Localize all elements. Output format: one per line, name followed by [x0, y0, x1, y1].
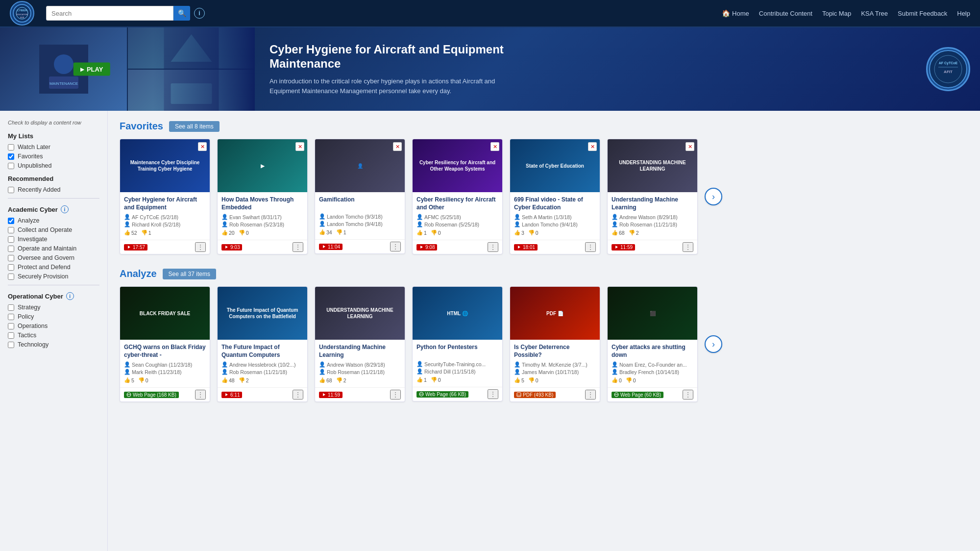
card-remove-button[interactable]: ✕	[588, 142, 597, 151]
card-menu-button[interactable]: ⋮	[390, 390, 401, 400]
svg-text:EDUCATION: EDUCATION	[16, 13, 28, 16]
sidebar-item-securely-provision[interactable]: Securely Provision	[8, 273, 99, 280]
card-stats: 👍 52 👎 1	[124, 229, 206, 236]
svg-text:PDF: PDF	[517, 394, 521, 397]
card-footer: 9:08 ⋮	[413, 240, 502, 254]
card-menu-button[interactable]: ⋮	[293, 390, 303, 400]
recently-added-checkbox[interactable]	[8, 187, 14, 193]
content-card[interactable]: The Future Impact of Quantum Computers o…	[217, 286, 308, 402]
author1-text: AF CyTCoE (5/2/18)	[132, 214, 178, 220]
content-card[interactable]: UNDERSTANDING MACHINE LEARNING ✕ Underst…	[607, 139, 698, 254]
card-author2: 👤 Rob Roseman (5/23/18)	[221, 221, 303, 227]
thumbs-down-icon: 👎	[336, 377, 343, 383]
pdf-badge: PDF PDF (493 KB)	[514, 392, 556, 398]
next-arrow-button[interactable]: ›	[705, 335, 722, 353]
next-arrow-button[interactable]: ›	[705, 188, 722, 205]
unpublished-checkbox[interactable]	[8, 163, 14, 169]
sidebar-item-tactics[interactable]: Tactics	[8, 332, 99, 339]
sidebar-item-collect-operate[interactable]: Collect and Operate	[8, 226, 99, 233]
content-card[interactable]: UNDERSTANDING MACHINE LEARNING Understan…	[315, 286, 405, 402]
search-button[interactable]: 🔍	[173, 6, 190, 21]
card-author2: 👤 Rob Roseman (11/21/18)	[221, 369, 303, 375]
strategy-label: Strategy	[18, 304, 41, 311]
content-card[interactable]: PDF 📄 Is Cyber Deterrence Possible? 👤 Ti…	[510, 286, 600, 402]
thumbs-down-count: 👎 2	[336, 377, 346, 383]
content-card[interactable]: BLACK FRIDAY SALE GCHQ warns on Black Fr…	[120, 286, 210, 402]
person-icon: 👤	[612, 361, 618, 368]
sidebar-item-technology[interactable]: Technology	[8, 341, 99, 348]
content-card[interactable]: Cyber Resiliency for Aircraft and Other …	[412, 139, 503, 254]
card-footer: 11:04 ⋮	[315, 239, 405, 253]
card-menu-button[interactable]: ⋮	[293, 242, 303, 252]
operate-maintain-checkbox[interactable]	[8, 246, 14, 252]
card-menu-button[interactable]: ⋮	[195, 242, 206, 252]
oversee-govern-label: Oversee and Govern	[18, 254, 74, 261]
card-remove-button[interactable]: ✕	[198, 142, 207, 151]
content-card[interactable]: ▶ ✕ How Data Moves Through Embedded 👤 Ev…	[217, 139, 308, 254]
securely-provision-checkbox[interactable]	[8, 274, 14, 280]
strategy-checkbox[interactable]	[8, 304, 14, 311]
card-body: Cyber attacks are shutting down 👤 Noam E…	[608, 340, 697, 387]
content-card[interactable]: State of Cyber Education ✕ 699 Final vid…	[510, 139, 600, 254]
sidebar-item-policy[interactable]: Policy	[8, 313, 99, 320]
card-remove-button[interactable]: ✕	[686, 142, 694, 151]
card-remove-button[interactable]: ✕	[490, 142, 499, 151]
sidebar-item-strategy[interactable]: Strategy	[8, 304, 99, 311]
content-card[interactable]: ⬛ Cyber attacks are shutting down 👤 Noam…	[607, 286, 698, 402]
sidebar-item-unpublished[interactable]: Unpublished	[8, 162, 99, 169]
card-remove-button[interactable]: ✕	[393, 142, 402, 151]
technology-checkbox[interactable]	[8, 342, 14, 348]
card-title: The Future Impact of Quantum Computers	[221, 344, 303, 359]
analyze-checkbox[interactable]	[8, 218, 14, 224]
favorites-see-all-button[interactable]: See all 8 items	[169, 121, 220, 132]
nav-submit-feedback[interactable]: Submit Feedback	[898, 10, 947, 17]
sidebar-item-watch-later[interactable]: Watch Later	[8, 144, 99, 150]
card-menu-button[interactable]: ⋮	[390, 242, 401, 251]
protect-defend-checkbox[interactable]	[8, 264, 14, 271]
card-menu-button[interactable]: ⋮	[195, 390, 206, 400]
person-icon2: 👤	[319, 369, 325, 375]
content-card[interactable]: 👤 ✕ Gamification 👤 Landon Tomcho (9/3/18…	[315, 139, 405, 254]
sidebar-item-recently-added[interactable]: Recently Added	[8, 186, 99, 193]
sidebar-item-favorites[interactable]: Favorites	[8, 153, 99, 160]
academic-cyber-info[interactable]: i	[61, 205, 69, 213]
card-remove-button[interactable]: ✕	[295, 142, 304, 151]
card-thumbnail: HTML 🌐	[413, 287, 502, 340]
search-input[interactable]	[46, 6, 173, 21]
sidebar-item-protect-defend[interactable]: Protect and Defend	[8, 264, 99, 271]
watch-later-checkbox[interactable]	[8, 144, 14, 150]
sidebar-item-operations[interactable]: Operations	[8, 323, 99, 329]
investigate-checkbox[interactable]	[8, 236, 14, 243]
card-body: Cyber Resiliency for Aircraft and Other …	[413, 192, 502, 240]
operational-cyber-header: Operational Cyber i	[8, 292, 99, 300]
nav-help[interactable]: Help	[957, 10, 970, 17]
collect-operate-checkbox[interactable]	[8, 227, 14, 233]
nav-topic-map[interactable]: Topic Map	[822, 10, 851, 17]
card-title: Python for Pentesters	[416, 344, 498, 358]
nav-home[interactable]: 🏠 Home	[722, 9, 749, 17]
card-menu-button[interactable]: ⋮	[683, 390, 693, 400]
nav-ksa-tree[interactable]: KSA Tree	[861, 10, 888, 17]
nav-contribute[interactable]: Contribute Content	[759, 10, 812, 17]
search-info-button[interactable]: i	[194, 8, 205, 19]
tactics-checkbox[interactable]	[8, 332, 14, 339]
policy-checkbox[interactable]	[8, 314, 14, 320]
operational-cyber-info[interactable]: i	[66, 292, 74, 300]
sidebar-item-oversee-govern[interactable]: Oversee and Govern	[8, 254, 99, 261]
favorites-checkbox[interactable]	[8, 153, 14, 160]
operations-checkbox[interactable]	[8, 323, 14, 329]
card-menu-button[interactable]: ⋮	[683, 242, 693, 252]
play-button[interactable]: ▶ PLAY	[74, 63, 110, 76]
card-menu-button[interactable]: ⋮	[585, 390, 596, 400]
sidebar-item-operate-maintain[interactable]: Operate and Maintain	[8, 245, 99, 252]
content-card[interactable]: HTML 🌐 Python for Pentesters 👤 SecurityT…	[412, 286, 503, 401]
card-menu-button[interactable]: ⋮	[488, 389, 498, 399]
author2-text: Rob Roseman (11/21/18)	[229, 369, 287, 375]
card-menu-button[interactable]: ⋮	[585, 242, 596, 252]
analyze-see-all-button[interactable]: See all 37 items	[163, 269, 216, 279]
oversee-govern-checkbox[interactable]	[8, 255, 14, 261]
card-menu-button[interactable]: ⋮	[488, 242, 498, 252]
sidebar-item-investigate[interactable]: Investigate	[8, 236, 99, 243]
sidebar-item-analyze[interactable]: Analyze	[8, 217, 99, 224]
content-card[interactable]: Maintenance Cyber Discipline Training Cy…	[120, 139, 210, 254]
